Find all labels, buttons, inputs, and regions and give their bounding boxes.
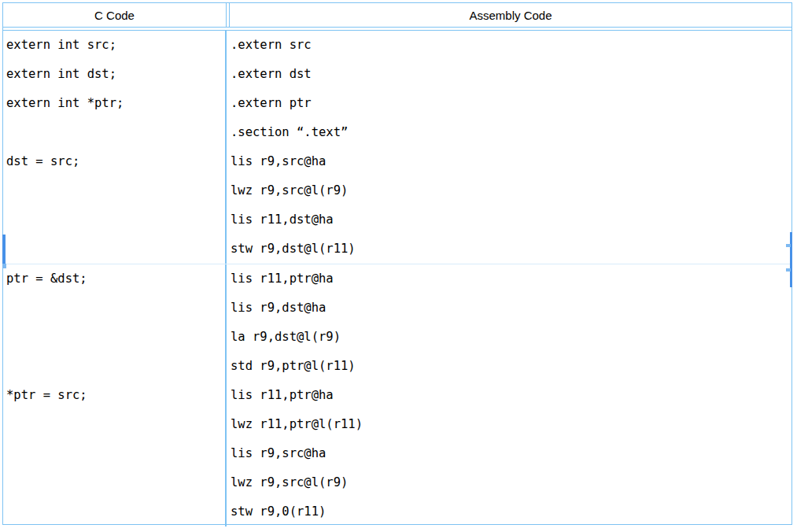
table-body: extern int src;extern int dst;extern int… bbox=[3, 30, 791, 526]
asm-code-cell[interactable]: .extern src.extern dst.extern ptr.sectio… bbox=[226, 31, 791, 264]
c-code-cell[interactable]: extern int src;extern int dst;extern int… bbox=[3, 31, 226, 264]
code-line: *ptr = src; bbox=[6, 381, 225, 410]
asm-code-cell[interactable]: lis r11,ptr@halis r9,dst@hala r9,dst@l(r… bbox=[226, 264, 791, 381]
code-line: .extern ptr bbox=[231, 89, 791, 118]
code-line: extern int *ptr; bbox=[6, 89, 225, 118]
code-line: dst = src; bbox=[6, 147, 225, 176]
code-line: .extern dst bbox=[231, 60, 791, 89]
row-resize-handle-right-tick[interactable] bbox=[786, 268, 791, 272]
table-row-boundary-indicator: ptr = &dst;lis r11,ptr@halis r9,dst@hala… bbox=[3, 264, 791, 381]
code-line: lis r9,src@ha bbox=[231, 147, 791, 176]
table-row: *ptr = src;lis r11,ptr@halwz r11,ptr@l(r… bbox=[3, 381, 791, 526]
table-header-row: C Code Assembly Code bbox=[3, 3, 791, 28]
code-line: lis r11,ptr@ha bbox=[231, 264, 791, 294]
c-code-cell[interactable]: ptr = &dst; bbox=[3, 264, 226, 381]
code-comparison-table: C Code Assembly Code extern int src;exte… bbox=[2, 2, 792, 525]
code-line: extern int src; bbox=[6, 31, 225, 60]
code-line: la r9,dst@l(r9) bbox=[231, 323, 791, 352]
c-code-cell[interactable]: *ptr = src; bbox=[3, 381, 226, 526]
code-line: lwz r9,src@l(r9) bbox=[231, 176, 791, 205]
code-line: stw r9,0(r11) bbox=[231, 497, 791, 526]
row-resize-handle-right[interactable] bbox=[790, 232, 792, 287]
code-line: stw r9,dst@l(r11) bbox=[231, 235, 791, 264]
code-line: extern int dst; bbox=[6, 60, 225, 89]
table-row: extern int src;extern int dst;extern int… bbox=[3, 31, 791, 264]
code-line: lis r9,src@ha bbox=[231, 439, 791, 468]
code-line: .section “.text” bbox=[231, 118, 791, 147]
header-cell-assembly-code[interactable]: Assembly Code bbox=[229, 3, 791, 27]
code-line: .extern src bbox=[231, 31, 791, 60]
code-line: lis r11,dst@ha bbox=[231, 205, 791, 235]
code-line: ptr = &dst; bbox=[6, 264, 225, 294]
code-line: lwz r11,ptr@l(r11) bbox=[231, 410, 791, 439]
code-line: std r9,ptr@l(r11) bbox=[231, 352, 791, 381]
code-line bbox=[6, 118, 225, 147]
row-resize-handle-left[interactable] bbox=[2, 235, 6, 264]
code-line: lis r11,ptr@ha bbox=[231, 381, 791, 410]
row-resize-handle-left-tick[interactable] bbox=[2, 264, 6, 268]
asm-code-cell[interactable]: lis r11,ptr@halwz r11,ptr@l(r11)lis r9,s… bbox=[226, 381, 791, 526]
code-line: lis r9,dst@ha bbox=[231, 294, 791, 323]
row-resize-handle-right-tick[interactable] bbox=[786, 244, 791, 247]
code-line: lwz r9,src@l(r9) bbox=[231, 468, 791, 497]
header-cell-c-code[interactable]: C Code bbox=[3, 3, 227, 27]
